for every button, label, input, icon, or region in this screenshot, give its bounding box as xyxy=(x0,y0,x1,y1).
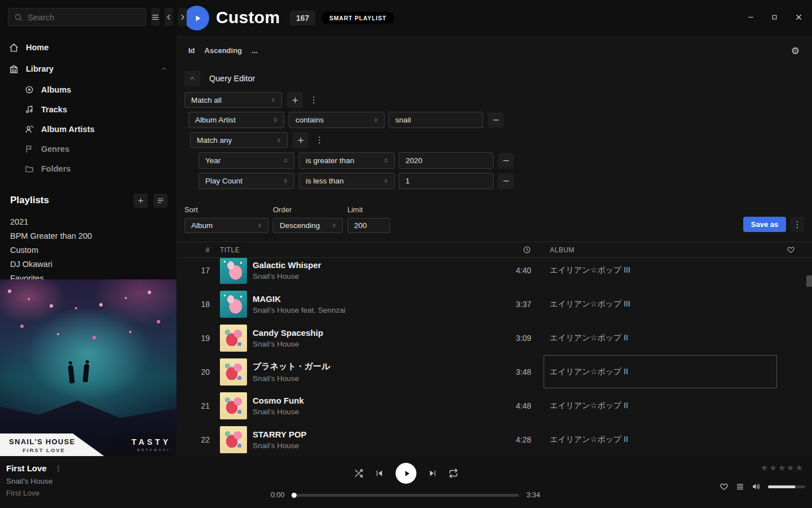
collapse-chevron-icon[interactable] xyxy=(161,65,167,72)
nav-forward-button[interactable] xyxy=(178,8,187,26)
minimize-button[interactable] xyxy=(747,14,754,21)
query-rule-row: Album Artist contains xyxy=(188,112,703,128)
save-as-button[interactable]: Save as xyxy=(743,217,786,232)
sidebar-item-genres[interactable]: Genres xyxy=(0,139,176,159)
group-kebab-menu[interactable]: ⋮ xyxy=(315,135,324,145)
search-input[interactable] xyxy=(28,12,140,22)
match-any-select[interactable]: Match any xyxy=(190,132,288,148)
track-duration: 4:28 xyxy=(497,435,531,444)
rule-field-select[interactable]: Year xyxy=(198,152,294,169)
remove-rule-button[interactable] xyxy=(498,153,514,169)
sidebar-item-label: Album Artists xyxy=(41,125,95,134)
sidebar-item-folders[interactable]: Folders xyxy=(0,159,176,178)
rule-field-select[interactable]: Play Count xyxy=(198,173,294,189)
menu-button[interactable] xyxy=(151,8,160,26)
star-icon[interactable]: ★ xyxy=(787,463,795,472)
updown-chevrons-icon xyxy=(283,178,289,184)
match-select-value: Match all xyxy=(191,96,222,104)
volume-slider[interactable] xyxy=(768,485,805,488)
playlist-item[interactable]: Custom xyxy=(0,243,176,257)
sidebar-item-albums[interactable]: Albums xyxy=(0,80,176,99)
column-number[interactable]: # xyxy=(176,246,210,254)
column-favorite[interactable] xyxy=(770,246,812,254)
maximize-button[interactable] xyxy=(771,14,778,21)
rule-operator-select[interactable]: contains xyxy=(289,112,385,128)
nav-back-button[interactable] xyxy=(165,8,173,26)
next-track-button[interactable] xyxy=(429,469,437,478)
track-number: 17 xyxy=(176,266,210,275)
track-row[interactable]: 18MAGIKSnail’s House feat. Sennzai3:37エイ… xyxy=(176,287,812,321)
star-icon[interactable]: ★ xyxy=(761,463,769,472)
sort-select[interactable]: Album xyxy=(184,218,268,233)
track-row[interactable]: 21Cosmo FunkSnail’s House4:48エイリアン☆ポップ I… xyxy=(176,389,812,423)
sidebar: Home Library AlbumsTracksAlbum ArtistsGe… xyxy=(0,0,176,456)
save-options-kebab[interactable]: ⋮ xyxy=(791,217,804,232)
updown-chevrons-icon xyxy=(272,117,279,123)
rule-value-input[interactable] xyxy=(389,112,483,128)
album-art-thumbnail xyxy=(220,358,247,386)
track-duration: 3:09 xyxy=(497,334,531,343)
now-playing-artwork[interactable]: SNAIL'S HOUSE FIRST LOVE TASTY BETAMAXI xyxy=(0,279,176,456)
track-row[interactable]: 22STARRY POPSnail’s House4:28エイリアン☆ポップ I… xyxy=(176,423,812,456)
column-album[interactable]: ALBUM xyxy=(550,246,770,254)
column-duration[interactable] xyxy=(497,246,531,254)
volume-fill xyxy=(768,485,795,488)
repeat-button[interactable] xyxy=(449,468,458,478)
rule-value-input[interactable] xyxy=(399,152,493,169)
track-title: STARRY POP xyxy=(253,430,497,439)
sidebar-item-album-artists[interactable]: Album Artists xyxy=(0,119,176,139)
now-playing-kebab-menu[interactable]: ⋮ xyxy=(55,464,62,472)
column-title[interactable]: TITLE xyxy=(210,246,497,254)
close-button[interactable] xyxy=(795,13,803,21)
sort-direction-button[interactable]: Ascending xyxy=(205,46,242,55)
rule-operator-select[interactable]: is greater than xyxy=(299,152,395,169)
minus-icon xyxy=(492,116,500,124)
remove-rule-button[interactable] xyxy=(498,173,514,189)
playlist-options-button[interactable] xyxy=(153,194,167,208)
match-select-value: Match any xyxy=(197,136,232,144)
match-group-row: Match any ⋮ xyxy=(190,132,703,148)
playlist-item[interactable]: BPM Greater than 200 xyxy=(0,229,176,243)
star-icon[interactable]: ★ xyxy=(796,463,804,472)
settings-gear-icon[interactable]: ⚙ xyxy=(791,45,800,57)
play-playlist-button[interactable] xyxy=(184,6,209,30)
rule-field-select[interactable]: Album Artist xyxy=(188,112,284,128)
add-rule-button[interactable] xyxy=(287,92,303,108)
match-all-select[interactable]: Match all xyxy=(184,92,282,108)
group-kebab-menu[interactable]: ⋮ xyxy=(310,95,318,105)
rule-value-input[interactable] xyxy=(399,173,493,189)
star-icon[interactable]: ★ xyxy=(778,463,787,472)
limit-input[interactable] xyxy=(347,218,390,233)
rating-stars: ★★★★★ xyxy=(761,463,804,473)
track-row[interactable]: 20プラネット・ガールSnail’s House3:48エイリアン☆ポップ II xyxy=(176,355,812,389)
more-options-button[interactable]: ... xyxy=(251,46,258,55)
shuffle-button[interactable] xyxy=(354,468,364,478)
add-playlist-button[interactable] xyxy=(134,194,148,208)
track-info: Candy SpaceshipSnail’s House xyxy=(253,328,497,348)
collapse-query-editor-button[interactable] xyxy=(184,71,200,86)
chevron-left-icon xyxy=(165,13,173,21)
add-rule-button[interactable] xyxy=(293,132,308,148)
album-art-thumbnail xyxy=(220,257,247,284)
search-box[interactable] xyxy=(8,8,146,26)
track-row[interactable]: 17Galactic WhisperSnail’s House4:40エイリアン… xyxy=(176,253,812,287)
order-select[interactable]: Descending xyxy=(273,218,343,233)
play-pause-button[interactable] xyxy=(396,463,417,484)
playlist-item[interactable]: 2021 xyxy=(0,214,176,229)
sidebar-item-library[interactable]: Library xyxy=(0,58,176,80)
remove-rule-button[interactable] xyxy=(488,112,504,128)
star-icon[interactable]: ★ xyxy=(769,463,778,472)
sidebar-item-home[interactable]: Home xyxy=(0,37,176,58)
sidebar-item-tracks[interactable]: Tracks xyxy=(0,99,176,119)
seek-bar[interactable] xyxy=(292,494,518,497)
limit-label: Limit xyxy=(347,205,390,214)
track-row[interactable]: 19Candy SpaceshipSnail’s House3:09エイリアン☆… xyxy=(176,321,812,355)
playlist-item[interactable]: DJ Okawari xyxy=(0,257,176,271)
volume-button[interactable] xyxy=(752,482,761,491)
previous-track-button[interactable] xyxy=(376,469,384,478)
favorite-button[interactable] xyxy=(720,482,729,491)
queue-button[interactable] xyxy=(736,483,744,491)
seek-handle[interactable] xyxy=(292,493,297,498)
rule-operator-select[interactable]: is less than xyxy=(299,173,395,189)
sort-field-button[interactable]: Id xyxy=(188,46,195,55)
